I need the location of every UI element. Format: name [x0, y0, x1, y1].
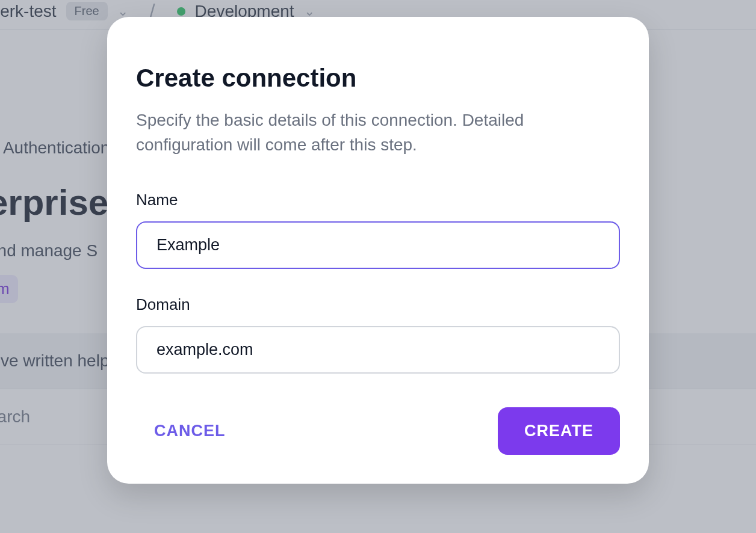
domain-input[interactable] — [136, 326, 620, 374]
modal-overlay[interactable]: Create connection Specify the basic deta… — [0, 0, 756, 533]
domain-field: Domain — [136, 295, 620, 374]
cancel-button[interactable]: CANCEL — [136, 408, 244, 454]
name-input[interactable] — [136, 221, 620, 269]
modal-actions: CANCEL CREATE — [136, 407, 620, 455]
modal-title: Create connection — [136, 64, 620, 93]
name-field: Name — [136, 191, 620, 269]
domain-label: Domain — [136, 295, 620, 314]
create-button[interactable]: CREATE — [498, 407, 620, 455]
create-connection-modal: Create connection Specify the basic deta… — [107, 17, 649, 484]
modal-description: Specify the basic details of this connec… — [136, 108, 620, 157]
name-label: Name — [136, 191, 620, 209]
